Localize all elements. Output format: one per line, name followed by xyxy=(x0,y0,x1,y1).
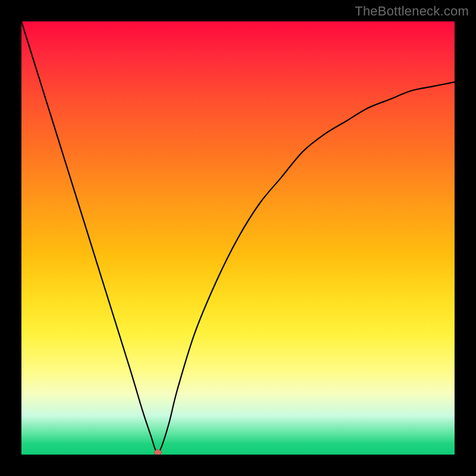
plot-area xyxy=(21,21,455,455)
chart-frame: TheBottleneck.com xyxy=(0,0,476,476)
watermark-text: TheBottleneck.com xyxy=(355,4,469,19)
